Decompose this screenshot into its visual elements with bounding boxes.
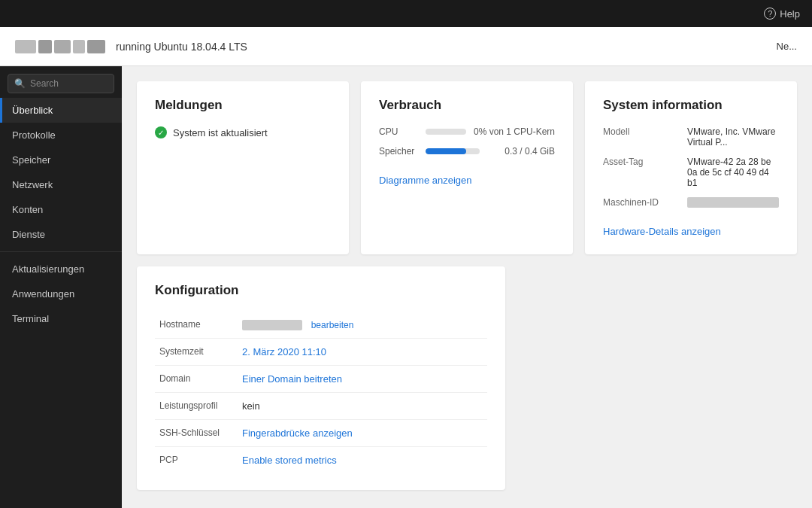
sidebar: 🔍 Überblick Protokolle Speicher Netzwerk… [0,66,122,508]
pcp-label: PCP [155,447,238,474]
verbrauch-card: Verbrauch CPU 0% von 1 CPU-Kern Speicher… [361,81,573,254]
sysinfo-asset-row: Asset-Tag VMware-42 2a 28 be 0a de 5c cf… [603,157,779,188]
sidebar-item-aktualisierungen[interactable]: Aktualisierungen [0,257,122,281]
speicher-label: Speicher [379,146,418,157]
thumb-block-4 [73,40,85,53]
sidebar-item-protokolle[interactable]: Protokolle [0,123,122,148]
hostname-edit-link[interactable]: bearbeiten [311,320,354,330]
thumb-block-3 [54,40,71,53]
sysinfo-maschinen-row: Maschinen-ID [603,197,779,208]
domain-cell: Einer Domain beitreten [238,366,487,393]
pcp-cell: Enable stored metrics [238,447,487,474]
cpu-usage-row: CPU 0% von 1 CPU-Kern [379,126,555,137]
sidebar-item-uberblick[interactable]: Überblick [0,98,122,123]
hostname-cell: bearbeiten [238,312,487,339]
content-area: Meldungen System ist aktualisiert Verbra… [122,66,812,508]
pcp-link[interactable]: Enable stored metrics [242,455,337,466]
system-info-title: System information [603,98,779,113]
search-input[interactable] [30,78,108,89]
cpu-value: 0% von 1 CPU-Kern [474,126,555,137]
topbar: ? Help [0,0,812,27]
domain-row: Domain Einer Domain beitreten [155,366,487,393]
domain-label: Domain [155,366,238,393]
meldungen-card: Meldungen System ist aktualisiert [137,81,349,254]
sidebar-nav: Überblick Protokolle Speicher Netzwerk K… [0,98,122,331]
vm-action-button[interactable]: Ne... [777,41,797,52]
help-button[interactable]: ? Help [764,8,800,20]
systemzeit-label: Systemzeit [155,339,238,366]
system-info-card: System information Modell VMware, Inc. V… [585,81,797,254]
systemzeit-link[interactable]: 2. März 2020 11:10 [242,346,326,357]
leistungsprofil-row: Leistungsprofil kein [155,393,487,420]
hostname-label: Hostname [155,312,238,339]
ssh-row: SSH-Schlüssel Fingerabdrücke anzeigen [155,420,487,447]
thumb-block-1 [15,40,36,53]
hostname-row: Hostname bearbeiten [155,312,487,339]
konfiguration-card: Konfiguration Hostname bearbeiten System… [137,266,505,490]
search-container[interactable]: 🔍 [8,74,114,93]
meldungen-status-text: System ist aktualisiert [173,127,268,138]
leistungsprofil-label: Leistungsprofil [155,393,238,420]
hardware-details-link[interactable]: Hardware-Details anzeigen [603,226,721,237]
konfiguration-table: Hostname bearbeiten Systemzeit 2. März 2… [155,312,487,473]
maschinen-value [687,197,779,208]
sidebar-item-konten[interactable]: Konten [0,197,122,222]
domain-link[interactable]: Einer Domain beitreten [242,373,342,385]
maschinen-label: Maschinen-ID [603,197,678,208]
vm-status-text: running Ubuntu 18.04.4 LTS [116,41,247,53]
hostname-value [242,320,302,330]
sidebar-item-terminal[interactable]: Terminal [0,306,122,331]
verbrauch-title: Verbrauch [379,98,555,113]
help-label: Help [780,8,800,20]
speicher-value: 0.3 / 0.4 GiB [487,146,555,157]
vm-header: running Ubuntu 18.04.4 LTS Ne... [0,27,812,66]
sidebar-item-speicher[interactable]: Speicher [0,148,122,172]
meldungen-title: Meldungen [155,98,331,113]
pcp-row: PCP Enable stored metrics [155,447,487,474]
thumb-block-2 [38,40,52,53]
ssh-cell: Fingerabdrücke anzeigen [238,420,487,447]
help-icon: ? [764,8,776,20]
vm-thumbnail [15,40,105,53]
ssh-label: SSH-Schlüssel [155,420,238,447]
sysinfo-modell-row: Modell VMware, Inc. VMware Virtual P... [603,126,779,148]
cards-top-row: Meldungen System ist aktualisiert Verbra… [137,81,797,254]
speicher-bar-bg [426,148,480,154]
search-icon: 🔍 [14,78,26,89]
sidebar-item-netzwerk[interactable]: Netzwerk [0,172,122,197]
systemzeit-cell: 2. März 2020 11:10 [238,339,487,366]
meldungen-status-item: System ist aktualisiert [155,126,331,138]
ssh-fingerprints-link[interactable]: Fingerabdrücke anzeigen [242,427,353,439]
modell-label: Modell [603,126,678,148]
sidebar-item-anwendungen[interactable]: Anwendungen [0,281,122,306]
cpu-label: CPU [379,126,418,137]
diagramme-link[interactable]: Diagramme anzeigen [379,175,472,186]
modell-value: VMware, Inc. VMware Virtual P... [687,126,779,148]
sidebar-item-dienste[interactable]: Dienste [0,222,122,247]
systemzeit-row: Systemzeit 2. März 2020 11:10 [155,339,487,366]
konfiguration-title: Konfiguration [155,283,487,298]
thumb-block-5 [87,40,105,53]
speicher-usage-row: Speicher 0.3 / 0.4 GiB [379,146,555,157]
main-layout: 🔍 Überblick Protokolle Speicher Netzwerk… [0,66,812,508]
status-ok-icon [155,126,167,138]
asset-label: Asset-Tag [603,157,678,188]
cpu-bar-bg [426,129,466,135]
speicher-bar-fill [426,148,466,154]
asset-value: VMware-42 2a 28 be 0a de 5c cf 40 49 d4 … [687,157,779,188]
leistungsprofil-value: kein [238,393,487,420]
sidebar-divider [0,251,122,252]
